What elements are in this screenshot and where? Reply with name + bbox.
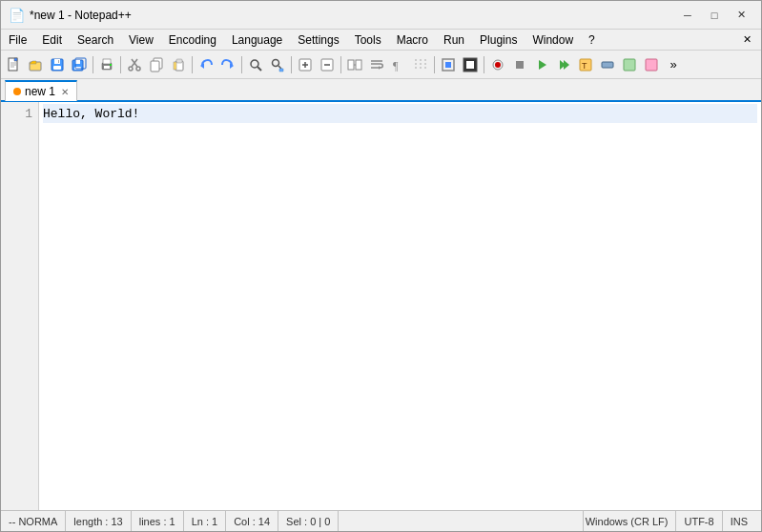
- svg-point-19: [129, 67, 133, 71]
- svg-rect-61: [624, 59, 635, 71]
- svg-rect-15: [103, 59, 111, 64]
- main-area: 1 Hello, World!: [1, 102, 761, 510]
- svg-point-30: [273, 59, 279, 66]
- toolbar-zoom-in[interactable]: [295, 54, 316, 75]
- toolbar-sep1: [91, 54, 95, 75]
- menu-tools[interactable]: Tools: [347, 30, 389, 51]
- svg-rect-62: [646, 59, 657, 71]
- toolbar-show-all[interactable]: ¶: [388, 54, 409, 75]
- status-bar: -- NORMA length : 13 lines : 1 Ln : 1 Co…: [1, 510, 761, 531]
- maximize-button[interactable]: □: [702, 6, 727, 25]
- tab-new1[interactable]: new 1 ✕: [5, 80, 77, 101]
- status-col: Col : 14: [226, 511, 278, 532]
- toolbar-find[interactable]: [245, 54, 266, 75]
- menu-help[interactable]: ?: [581, 30, 603, 51]
- toolbar-sep8: [482, 54, 486, 75]
- svg-rect-37: [348, 60, 354, 70]
- svg-point-16: [110, 64, 112, 66]
- status-eol: Windows (CR LF): [583, 511, 676, 532]
- toolbar-paste[interactable]: [168, 54, 189, 75]
- toolbar-sync-v[interactable]: [344, 54, 365, 75]
- menu-bar: File Edit Search View Encoding Language …: [1, 30, 761, 51]
- svg-rect-22: [151, 61, 159, 72]
- svg-rect-25: [174, 62, 176, 70]
- title-controls: ─ □ ✕: [675, 6, 753, 25]
- tab-close-button[interactable]: ✕: [61, 87, 69, 97]
- menu-language[interactable]: Language: [224, 30, 290, 51]
- menu-view[interactable]: View: [121, 30, 161, 51]
- status-ln: Ln : 1: [184, 511, 227, 532]
- editor-line-content-1: Hello, World!: [43, 107, 139, 121]
- toolbar-trim[interactable]: T: [575, 54, 596, 75]
- svg-text:¶: ¶: [393, 59, 399, 72]
- toolbar-indent-guide[interactable]: [410, 54, 431, 75]
- toolbar-sep3: [190, 54, 195, 75]
- svg-rect-54: [516, 61, 524, 69]
- svg-point-28: [251, 60, 258, 68]
- menu-encoding[interactable]: Encoding: [161, 30, 224, 51]
- toolbar-zoom-out[interactable]: [317, 54, 338, 75]
- status-lines: lines : 1: [132, 511, 184, 532]
- toolbar-replace[interactable]: [267, 54, 288, 75]
- status-length: length : 13: [66, 511, 131, 532]
- menu-run[interactable]: Run: [436, 30, 472, 51]
- minimize-button[interactable]: ─: [675, 6, 700, 25]
- toolbar-fullscreen[interactable]: [438, 54, 459, 75]
- toolbar-sep2: [118, 54, 123, 75]
- toolbar-extra2[interactable]: [619, 54, 640, 75]
- toolbar-print[interactable]: [96, 54, 117, 75]
- toolbar-copy[interactable]: [146, 54, 167, 75]
- menu-file[interactable]: File: [1, 30, 34, 51]
- toolbar-more[interactable]: »: [663, 54, 684, 75]
- close-button[interactable]: ✕: [729, 6, 753, 25]
- tab-modified-dot: [13, 88, 21, 95]
- menu-macro[interactable]: Macro: [389, 30, 436, 51]
- tab-bar: new 1 ✕: [1, 79, 761, 102]
- svg-point-20: [136, 67, 140, 71]
- toolbar-macro-run[interactable]: [553, 54, 574, 75]
- svg-rect-7: [58, 60, 59, 63]
- svg-rect-38: [356, 60, 361, 70]
- close-right-button[interactable]: ✕: [737, 30, 757, 51]
- menu-edit[interactable]: Edit: [34, 30, 70, 51]
- toolbar-sep4: [239, 54, 244, 75]
- toolbar-save-all[interactable]: [69, 54, 90, 75]
- title-text: *new 1 - Notepad++: [30, 9, 132, 22]
- svg-rect-8: [53, 66, 61, 70]
- toolbar: ¶ T »: [1, 51, 761, 79]
- line-number-1: 1: [1, 104, 32, 123]
- svg-point-53: [495, 62, 501, 68]
- svg-rect-60: [602, 62, 613, 68]
- toolbar-macro-rec[interactable]: [487, 54, 508, 75]
- status-encoding: UTF-8: [675, 511, 721, 532]
- svg-rect-49: [445, 62, 451, 68]
- toolbar-macro-stop[interactable]: [509, 54, 530, 75]
- menu-window[interactable]: Window: [525, 30, 581, 51]
- toolbar-open[interactable]: [25, 54, 46, 75]
- svg-line-29: [257, 67, 261, 71]
- svg-rect-14: [104, 66, 110, 69]
- toolbar-extra3[interactable]: [641, 54, 662, 75]
- line-numbers: 1: [1, 102, 39, 510]
- toolbar-word-wrap[interactable]: [366, 54, 387, 75]
- svg-rect-51: [466, 61, 474, 69]
- toolbar-save[interactable]: [47, 54, 68, 75]
- toolbar-redo[interactable]: [217, 54, 238, 75]
- status-mode: -- NORMA: [7, 511, 66, 532]
- svg-rect-24: [176, 59, 182, 63]
- title-bar: 📄 *new 1 - Notepad++ ─ □ ✕: [1, 1, 761, 30]
- menu-search[interactable]: Search: [70, 30, 121, 51]
- toolbar-distraction-free[interactable]: [460, 54, 481, 75]
- editor[interactable]: Hello, World!: [39, 102, 761, 510]
- toolbar-cut[interactable]: [124, 54, 145, 75]
- svg-marker-57: [564, 60, 569, 70]
- menu-plugins[interactable]: Plugins: [472, 30, 525, 51]
- toolbar-undo[interactable]: [196, 54, 216, 75]
- menu-settings[interactable]: Settings: [290, 30, 346, 51]
- toolbar-new[interactable]: [3, 54, 24, 75]
- tab-label: new 1: [25, 85, 55, 98]
- svg-line-31: [278, 66, 281, 69]
- toolbar-macro-play[interactable]: [531, 54, 552, 75]
- toolbar-extra1[interactable]: [597, 54, 618, 75]
- svg-text:T: T: [582, 61, 587, 71]
